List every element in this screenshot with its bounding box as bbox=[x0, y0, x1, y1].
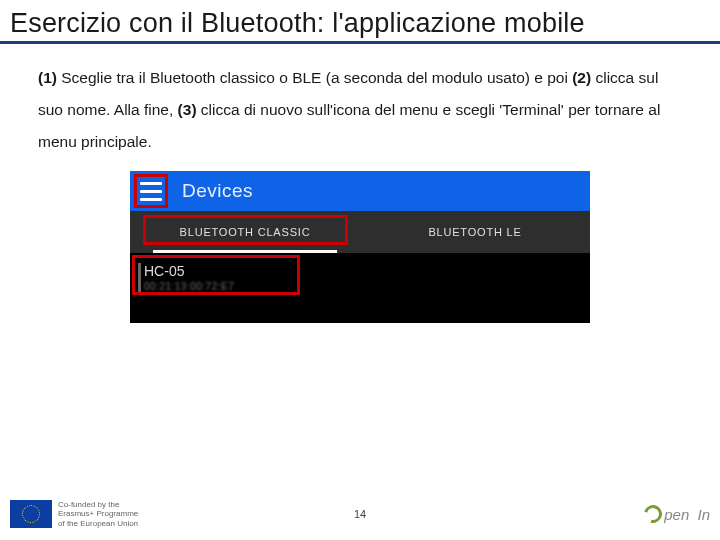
brand-logo: pen In bbox=[644, 505, 710, 523]
step-2-num: (2) bbox=[572, 69, 591, 86]
step-1-num: (1) bbox=[38, 69, 57, 86]
phone-screenshot: 1 2 3 Devices BLUETOOTH CLASSIC BLUETOOT… bbox=[130, 171, 590, 323]
slide-footer: Co-funded by the Erasmus+ Programme of t… bbox=[0, 494, 720, 534]
eu-line2: Erasmus+ Programme bbox=[58, 509, 138, 518]
app-bar-title: Devices bbox=[182, 180, 253, 202]
hamburger-menu-icon[interactable] bbox=[140, 178, 166, 204]
tab-bluetooth-le[interactable]: BLUETOOTH LE bbox=[360, 211, 590, 253]
slide-title: Esercizio con il Bluetooth: l'applicazio… bbox=[0, 0, 720, 44]
device-mac: 00:21:13:00:72:E7 bbox=[144, 281, 590, 292]
brand-text-b: In bbox=[697, 506, 710, 523]
tab-bluetooth-classic[interactable]: BLUETOOTH CLASSIC bbox=[130, 211, 360, 253]
tab-bar: BLUETOOTH CLASSIC BLUETOOTH LE bbox=[130, 211, 590, 253]
brand-text-a: pen bbox=[664, 506, 689, 523]
device-name: HC-05 bbox=[144, 263, 590, 279]
device-row[interactable]: HC-05 00:21:13:00:72:E7 bbox=[138, 261, 590, 292]
step-3-num: (3) bbox=[178, 101, 197, 118]
brand-ring-icon bbox=[641, 502, 666, 527]
device-list: HC-05 00:21:13:00:72:E7 bbox=[130, 253, 590, 323]
eu-flag-icon bbox=[10, 500, 52, 528]
eu-line1: Co-funded by the bbox=[58, 500, 138, 509]
page-number: 14 bbox=[354, 508, 366, 520]
eu-line3: of the European Union bbox=[58, 519, 138, 528]
eu-funding-block: Co-funded by the Erasmus+ Programme of t… bbox=[10, 500, 138, 528]
app-bar: Devices bbox=[130, 171, 590, 211]
slide-body: (1) Sceglie tra il Bluetooth classico o … bbox=[0, 44, 720, 157]
step-1-text: Sceglie tra il Bluetooth classico o BLE … bbox=[57, 69, 572, 86]
